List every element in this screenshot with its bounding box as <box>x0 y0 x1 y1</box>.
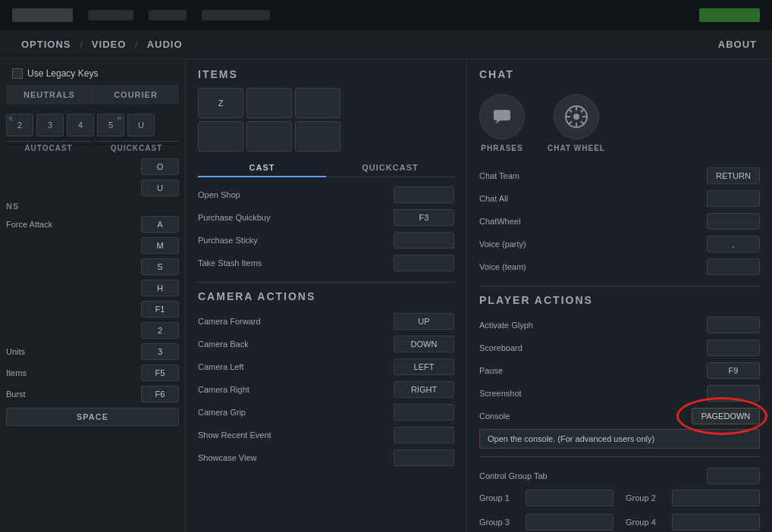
open-shop-row: Open Shop <box>198 183 454 206</box>
legacy-keys-row: Use Legacy Keys <box>0 65 185 85</box>
key-m[interactable]: M <box>141 237 179 254</box>
camera-left-key[interactable]: LEFT <box>394 358 454 375</box>
console-key[interactable]: PAGEDOWN <box>692 408 760 424</box>
key-slot-e[interactable]: E 2 <box>6 114 33 136</box>
nav-video[interactable]: VIDEO <box>86 39 132 50</box>
legacy-keys-label: Use Legacy Keys <box>27 68 98 79</box>
open-shop-key[interactable] <box>394 186 454 203</box>
key-burst[interactable]: F6 <box>141 386 179 402</box>
group4-key[interactable] <box>672 514 760 530</box>
quickcast-label: QUICKCAST <box>94 141 179 155</box>
legacy-keys-checkbox[interactable] <box>12 68 23 79</box>
item-slot-6[interactable] <box>295 121 340 152</box>
camera-right-label: Camera Right <box>198 385 388 394</box>
item-slot-1[interactable]: Z <box>198 88 243 118</box>
item-slot-3[interactable] <box>295 88 340 118</box>
action-h-row: H <box>0 277 185 299</box>
chat-all-key[interactable] <box>707 190 760 207</box>
key-slot-r[interactable]: R 5 <box>97 114 124 136</box>
phrases-icon[interactable] <box>479 94 525 139</box>
chatwheel-item[interactable]: CHAT WHEEL <box>548 94 605 152</box>
pause-key[interactable]: F9 <box>707 362 760 379</box>
key-units[interactable]: 3 <box>141 343 179 360</box>
key-items[interactable]: F5 <box>141 365 179 381</box>
action-m-row: M <box>0 235 185 256</box>
svg-rect-0 <box>494 110 510 120</box>
play-button[interactable] <box>699 8 760 22</box>
player-divider <box>479 286 760 286</box>
placeholder3 <box>202 10 270 20</box>
key-slot-u[interactable]: U <box>127 114 155 136</box>
purchase-sticky-key[interactable] <box>394 232 454 249</box>
svg-marker-1 <box>495 120 501 124</box>
nav-about[interactable]: ABOUT <box>718 39 757 50</box>
camera-forward-key[interactable]: UP <box>394 313 454 330</box>
group1-key[interactable] <box>526 490 614 506</box>
chat-all-row: Chat All <box>479 187 760 210</box>
chatwheel-bind-label: ChatWheel <box>479 217 701 226</box>
activate-glyph-label: Activate Glyph <box>479 321 701 330</box>
key-slots-row: E 2 3 4 R 5 U <box>0 111 185 139</box>
voice-team-key[interactable] <box>707 258 760 275</box>
voice-party-key[interactable]: , <box>707 236 760 252</box>
key-s[interactable]: S <box>141 258 179 275</box>
chatwheel-bind-key[interactable] <box>707 213 760 230</box>
key-h[interactable]: H <box>141 280 179 296</box>
key-f1[interactable]: F1 <box>141 301 179 318</box>
screenshot-key[interactable] <box>707 385 760 402</box>
camera-right-key[interactable]: RIGHT <box>394 381 454 398</box>
camera-divider <box>198 282 454 283</box>
key-2[interactable]: 2 <box>141 322 179 339</box>
camera-right-row: Camera Right RIGHT <box>198 378 454 401</box>
purchase-quickbuy-label: Purchase Quickbuy <box>198 213 388 222</box>
key-o[interactable]: O <box>141 158 179 175</box>
tab-neutrals[interactable]: NEUTRALS <box>6 85 93 105</box>
nav-audio[interactable]: AUDIO <box>141 39 189 50</box>
item-slot-2[interactable] <box>246 88 292 118</box>
badge-r: R <box>117 115 121 122</box>
key-force-attack[interactable]: A <box>141 216 179 233</box>
group1-label: Group 1 <box>479 493 521 502</box>
group3-row: Group 3 <box>479 512 614 532</box>
show-recent-key[interactable] <box>394 427 454 443</box>
autocast-label: AUTOCAST <box>6 141 91 155</box>
key-slot-3[interactable]: 3 <box>36 114 64 136</box>
camera-back-key[interactable]: DOWN <box>394 336 454 352</box>
group3-label: Group 3 <box>479 518 521 527</box>
burst-label: Burst <box>6 390 137 399</box>
status-placeholder <box>88 10 133 20</box>
phrases-item[interactable]: PHRASES <box>479 94 525 152</box>
console-row: Console PAGEDOWN <box>479 405 760 427</box>
nav-bar: OPTIONS / VIDEO / AUDIO ABOUT <box>0 30 772 59</box>
cast-tab[interactable]: CAST <box>198 159 326 177</box>
item-slot-5[interactable] <box>246 121 292 152</box>
camera-grip-key[interactable] <box>394 404 454 421</box>
control-group-tab-key[interactable] <box>707 468 760 484</box>
quickcast-tab[interactable]: QUICKCAST <box>326 159 454 177</box>
key-slot-4[interactable]: 4 <box>67 114 94 136</box>
purchase-quickbuy-key[interactable]: F3 <box>394 209 454 226</box>
space-button[interactable]: SPACE <box>6 408 179 426</box>
showcase-label: Showcase View <box>198 453 388 462</box>
chatwheel-bind-row: ChatWheel <box>479 210 760 233</box>
camera-back-row: Camera Back DOWN <box>198 333 454 355</box>
chat-team-key[interactable]: RETURN <box>707 167 760 184</box>
chat-title: CHAT <box>479 68 760 80</box>
scoreboard-key[interactable] <box>707 340 760 356</box>
activate-glyph-key[interactable] <box>707 317 760 333</box>
group1-row: Group 1 <box>479 487 614 509</box>
group3-key[interactable] <box>526 514 614 530</box>
take-stash-key[interactable] <box>394 255 454 271</box>
chatwheel-icon[interactable] <box>554 94 599 139</box>
tab-courier[interactable]: COURIER <box>93 85 179 105</box>
item-slot-4[interactable] <box>198 121 243 152</box>
key-u[interactable]: U <box>141 180 179 196</box>
showcase-key[interactable] <box>394 449 454 466</box>
chat-team-row: Chat Team RETURN <box>479 164 760 187</box>
nav-options[interactable]: OPTIONS <box>15 39 77 50</box>
action-u-row: U <box>0 177 185 199</box>
group2-key[interactable] <box>672 490 760 506</box>
voice-team-label: Voice (team) <box>479 262 701 271</box>
take-stash-row: Take Stash Items <box>198 252 454 274</box>
items-grid: Z <box>198 88 454 152</box>
